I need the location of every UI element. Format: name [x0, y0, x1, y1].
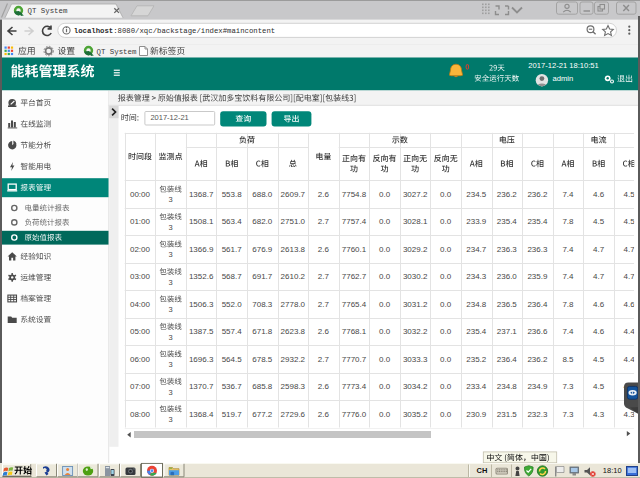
svg-text:519.7: 519.7	[222, 410, 243, 419]
svg-text:236.2: 236.2	[527, 355, 548, 364]
svg-text:7773.4: 7773.4	[342, 382, 367, 391]
svg-text:231.5: 231.5	[497, 410, 518, 419]
svg-text:552.0: 552.0	[222, 300, 243, 309]
svg-text:230.9: 230.9	[466, 410, 487, 419]
svg-text:234.5: 234.5	[466, 190, 487, 199]
svg-text:3033.3: 3033.3	[403, 355, 428, 364]
svg-text:236.0: 236.0	[497, 272, 518, 281]
svg-text:4.7: 4.7	[593, 272, 605, 281]
svg-text:7.8: 7.8	[562, 217, 574, 226]
svg-text:0.0: 0.0	[440, 217, 452, 226]
svg-text:688.0: 688.0	[252, 190, 273, 199]
svg-text:4.5: 4.5	[593, 355, 605, 364]
svg-text:0.0: 0.0	[379, 327, 391, 336]
svg-text:QT System: QT System	[97, 48, 137, 56]
svg-text:3: 3	[168, 360, 172, 369]
svg-text:7770.7: 7770.7	[342, 355, 367, 364]
svg-text:08:00: 08:00	[130, 410, 151, 419]
svg-text:2778.0: 2778.0	[281, 300, 306, 309]
svg-text:4.6: 4.6	[624, 300, 636, 309]
svg-text:2623.8: 2623.8	[281, 327, 306, 336]
svg-text:4.5: 4.5	[624, 190, 636, 199]
svg-text:1696.3: 1696.3	[189, 355, 214, 364]
svg-text:234.3: 234.3	[466, 272, 487, 281]
svg-text:564.5: 564.5	[222, 355, 243, 364]
svg-text:0.0: 0.0	[379, 272, 391, 281]
svg-text:7.8: 7.8	[562, 300, 574, 309]
svg-text:536.7: 536.7	[222, 382, 243, 391]
svg-text:2.6: 2.6	[318, 382, 330, 391]
svg-text:0.0: 0.0	[379, 300, 391, 309]
svg-text:4.5: 4.5	[624, 217, 636, 226]
svg-text:3: 3	[168, 305, 172, 314]
svg-text:04:00: 04:00	[130, 300, 151, 309]
svg-text:0.0: 0.0	[379, 217, 391, 226]
svg-text:2751.0: 2751.0	[281, 217, 306, 226]
svg-text:0.0: 0.0	[440, 355, 452, 364]
svg-text:1387.5: 1387.5	[189, 327, 214, 336]
svg-text:1368.4: 1368.4	[189, 410, 214, 419]
svg-text:8.5: 8.5	[562, 355, 574, 364]
svg-text:0.0: 0.0	[379, 190, 391, 199]
svg-text:677.2: 677.2	[252, 410, 273, 419]
svg-text:2017-12-21 18:10:51: 2017-12-21 18:10:51	[528, 61, 599, 70]
svg-text:1352.6: 1352.6	[189, 272, 214, 281]
svg-text:1506.3: 1506.3	[189, 300, 214, 309]
svg-text:2610.2: 2610.2	[281, 272, 306, 281]
svg-text:236.2: 236.2	[527, 190, 548, 199]
svg-text:3: 3	[168, 223, 172, 232]
svg-text:234.8: 234.8	[497, 382, 518, 391]
svg-text:2.6: 2.6	[318, 410, 330, 419]
svg-text:4.6: 4.6	[593, 190, 605, 199]
svg-text:236.5: 236.5	[497, 300, 518, 309]
svg-text:671.8: 671.8	[252, 327, 273, 336]
svg-text:3: 3	[168, 415, 172, 424]
svg-text:682.0: 682.0	[252, 217, 273, 226]
svg-text:localhost:8080/xqc/backstage/i: localhost:8080/xqc/backstage/index#mainc…	[74, 27, 275, 35]
svg-text:18:10: 18:10	[603, 466, 622, 475]
svg-text:237.1: 237.1	[497, 327, 518, 336]
svg-text:553.8: 553.8	[222, 190, 243, 199]
svg-text:235.4: 235.4	[466, 327, 487, 336]
svg-text:233.4: 233.4	[466, 382, 487, 391]
svg-text:4.6: 4.6	[593, 327, 605, 336]
svg-text:3: 3	[168, 333, 172, 342]
svg-text:234.8: 234.8	[466, 300, 487, 309]
svg-text:2729.6: 2729.6	[281, 410, 306, 419]
svg-text:4.5: 4.5	[593, 217, 605, 226]
svg-text:7760.1: 7760.1	[342, 245, 367, 254]
svg-text:2.7: 2.7	[318, 217, 330, 226]
svg-text:3027.2: 3027.2	[403, 190, 428, 199]
svg-text:0.0: 0.0	[440, 410, 452, 419]
svg-text:0.0: 0.0	[440, 190, 452, 199]
svg-text:2017-12-21: 2017-12-21	[150, 113, 188, 122]
svg-text:236.6: 236.6	[527, 327, 548, 336]
svg-text:235.9: 235.9	[527, 272, 548, 281]
svg-text:2932.2: 2932.2	[281, 355, 306, 364]
svg-text:1508.1: 1508.1	[189, 217, 214, 226]
svg-text:7.4: 7.4	[562, 190, 574, 199]
svg-text:2609.7: 2609.7	[281, 190, 306, 199]
svg-text:3031.2: 3031.2	[403, 300, 428, 309]
svg-text:2.6: 2.6	[318, 190, 330, 199]
svg-text:3028.1: 3028.1	[403, 217, 428, 226]
svg-text:7.4: 7.4	[562, 245, 574, 254]
svg-text:678.5: 678.5	[252, 355, 273, 364]
svg-text:3: 3	[168, 278, 172, 287]
svg-text:2613.8: 2613.8	[281, 245, 306, 254]
svg-text:7.4: 7.4	[562, 272, 574, 281]
svg-text:admin: admin	[553, 74, 574, 83]
svg-text:7754.8: 7754.8	[342, 190, 367, 199]
svg-text:3034.2: 3034.2	[403, 382, 428, 391]
svg-text:05:00: 05:00	[130, 327, 151, 336]
svg-text:4.4: 4.4	[624, 327, 636, 336]
svg-text:0.0: 0.0	[440, 382, 452, 391]
svg-text:4.3: 4.3	[593, 410, 605, 419]
svg-text:2.7: 2.7	[318, 355, 330, 364]
svg-text:0.0: 0.0	[379, 245, 391, 254]
svg-text:2.6: 2.6	[318, 245, 330, 254]
svg-text:7765.4: 7765.4	[342, 300, 367, 309]
svg-text:236.2: 236.2	[497, 190, 518, 199]
svg-text:234.9: 234.9	[527, 382, 548, 391]
svg-text:4.7: 4.7	[624, 245, 636, 254]
